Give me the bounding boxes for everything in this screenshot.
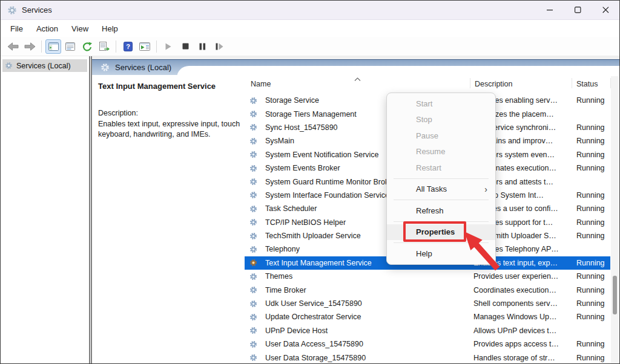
service-status-cell: Running [576,340,610,348]
column-header-description[interactable]: Description [475,80,513,88]
close-button[interactable] [592,1,619,19]
export-list-button[interactable] [96,39,112,54]
service-status-cell: Running [576,259,610,267]
refresh-button[interactable] [79,39,95,54]
column-divider[interactable] [572,78,572,88]
service-gear-icon [249,218,265,226]
menu-item-pause: Pause [387,128,495,144]
service-gear-icon [249,137,265,145]
service-name-cell: User Data Storage_15475890 [265,354,473,362]
column-divider[interactable] [470,78,470,88]
service-status-cell: Running [576,354,610,362]
maximize-button[interactable] [564,1,592,19]
menu-item-label: Start [416,99,432,108]
restart-service-icon [216,43,223,50]
service-status-cell: Running [576,123,610,132]
close-icon [602,7,609,13]
services-gear-icon [101,63,110,72]
menu-item-label: Restart [416,163,441,172]
svg-text:?: ? [126,43,130,50]
toolbar-separator [116,41,116,53]
toolbar-separator [156,41,157,53]
window-controls [536,1,619,19]
properties-icon [65,42,75,51]
service-description-cell: Provides apps access t… [473,340,576,348]
pause-service-button[interactable] [194,39,210,54]
tree-item-services-local[interactable]: Services (Local) [2,59,87,72]
forward-button[interactable] [22,39,38,54]
table-row[interactable]: ThemesProvides user experien…Running [245,270,610,283]
minimize-icon [547,7,553,13]
annotation-box [403,221,466,242]
services-app-icon [7,5,17,15]
refresh-icon [82,42,92,51]
service-gear-icon [249,273,265,281]
back-icon [7,42,19,51]
stop-service-icon [182,43,189,50]
service-status-cell: Running [576,286,610,294]
service-name-cell: Time Broker [265,286,473,294]
column-header-name[interactable]: Name [251,80,271,88]
annotation-arrow [462,229,504,277]
service-name-cell: Themes [265,272,473,281]
service-status-cell: Running [576,218,610,227]
service-gear-icon [249,286,265,294]
menu-action[interactable]: Action [30,22,65,36]
minimize-button[interactable] [536,1,564,19]
service-gear-icon [249,340,265,348]
service-gear-icon [249,178,265,186]
table-row[interactable]: Update Orchestrator ServiceManages Windo… [245,310,610,323]
services-window: Services File Action View Help [0,0,620,364]
service-name-cell: Update Orchestrator Service [265,313,473,321]
menu-item-refresh[interactable]: Refresh [387,203,495,219]
column-header-status[interactable]: Status [576,80,598,88]
maximize-icon [575,7,581,13]
stop-service-button[interactable] [177,39,193,54]
vertical-scrollbar[interactable] [611,76,619,363]
properties-button[interactable] [62,39,78,54]
scrollbar-thumb[interactable] [613,276,617,314]
show-hide-console-tree-button[interactable] [137,39,153,54]
band-title: Services (Local) [115,63,171,72]
menu-help[interactable]: Help [95,22,125,36]
pause-service-icon [199,43,206,50]
service-status-cell: Running [576,137,610,145]
service-name-cell: Udk User Service_15475890 [265,299,473,308]
menu-file[interactable]: File [4,22,30,36]
service-gear-icon [249,232,265,240]
table-row[interactable]: User Data Access_15475890Provides apps a… [245,337,610,351]
table-row[interactable]: User Data Storage_15475890Handles storag… [245,351,610,364]
toolbar: ? [1,37,619,56]
show-hide-console-tree-icon [139,42,150,51]
restart-service-button[interactable] [211,39,227,54]
submenu-chevron-icon: › [484,186,487,192]
right-pane: Services (Local) Text Input Management S… [92,56,619,364]
menubar: File Action View Help [1,20,619,37]
menu-item-start: Start [387,96,495,112]
menu-separator [394,200,489,200]
list-header: Name Description Status [245,75,619,91]
service-status-cell: Running [576,96,610,105]
service-gear-icon [249,97,265,105]
export-list-icon [99,42,110,51]
help-button[interactable]: ? [120,39,136,54]
back-button[interactable] [5,39,21,54]
service-status-cell: Running [576,191,610,200]
service-status-cell: Running [576,299,610,308]
service-status-cell: Running [576,232,610,240]
start-service-icon [165,43,171,50]
menu-item-label: Stop [416,115,432,124]
console-tree-button[interactable] [45,39,61,54]
menu-item-stop: Stop [387,112,495,128]
menu-item-label: Refresh [416,206,444,215]
menu-item-all-tasks[interactable]: All Tasks› [387,181,495,198]
service-description-cell: Coordinates execution… [473,286,576,294]
table-row[interactable]: UPnP Device HostAllows UPnP devices t… [245,324,610,337]
selected-service-title: Text Input Management Service [98,82,240,91]
description-label: Description: [98,108,240,119]
table-row[interactable]: Time BrokerCoordinates execution…Running [245,283,610,296]
service-status-cell: Running [576,164,610,172]
menu-view[interactable]: View [65,22,95,36]
table-row[interactable]: Udk User Service_15475890Shell component… [245,297,610,310]
titlebar: Services [1,1,619,20]
